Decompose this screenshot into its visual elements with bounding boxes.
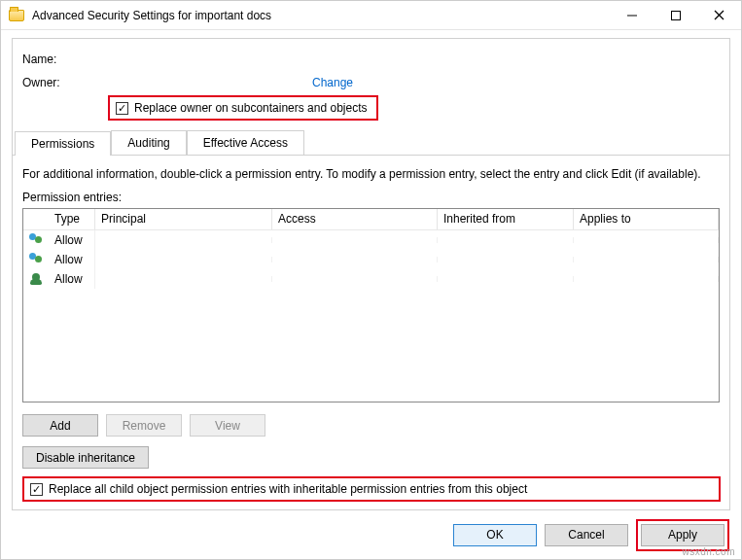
name-label: Name:	[22, 52, 90, 66]
view-button: View	[190, 414, 265, 437]
maximize-button[interactable]	[654, 1, 697, 29]
content-panel: Name: Owner: Change ✓ Replace owner on s…	[12, 38, 730, 510]
info-text: For additional information, double-click…	[22, 167, 720, 181]
minimize-button[interactable]	[610, 1, 654, 29]
col-principal[interactable]: Principal	[95, 209, 272, 229]
replace-owner-label: Replace owner on subcontainers and objec…	[134, 101, 367, 115]
users-group-icon	[29, 232, 45, 246]
col-applies[interactable]: Applies to	[574, 209, 719, 229]
dialog-footer: OK Cancel Apply	[1, 510, 741, 559]
titlebar: Advanced Security Settings for important…	[1, 1, 741, 30]
disable-inheritance-row: Disable inheritance	[22, 446, 720, 469]
svg-rect-1	[671, 11, 680, 19]
tab-permissions[interactable]: Permissions	[15, 131, 111, 156]
apply-button[interactable]: Apply	[641, 524, 724, 546]
tab-effective-access[interactable]: Effective Access	[187, 130, 304, 155]
col-type[interactable]: Type	[49, 209, 95, 229]
folder-icon	[9, 10, 24, 21]
user-icon	[29, 271, 45, 285]
replace-owner-highlight: ✓ Replace owner on subcontainers and obj…	[108, 95, 720, 121]
permission-grid[interactable]: Type Principal Access Inherited from App…	[22, 208, 720, 402]
entry-buttons: Add Remove View	[22, 414, 720, 437]
owner-label: Owner:	[22, 76, 90, 89]
col-inherited[interactable]: Inherited from	[438, 209, 574, 229]
disable-inheritance-button[interactable]: Disable inheritance	[22, 446, 149, 469]
tab-auditing[interactable]: Auditing	[111, 130, 186, 155]
owner-row: Owner: Change	[22, 76, 720, 89]
remove-button: Remove	[106, 414, 182, 437]
replace-owner-checkbox[interactable]: ✓	[116, 102, 128, 115]
users-group-icon	[29, 252, 45, 265]
table-row[interactable]: Allow	[23, 230, 719, 250]
add-button[interactable]: Add	[22, 414, 98, 437]
close-button[interactable]	[697, 1, 741, 29]
table-row[interactable]: Allow	[23, 250, 719, 269]
name-row: Name:	[22, 52, 720, 66]
cell-type: Allow	[49, 269, 95, 289]
grid-body: Allow Allow Allow	[23, 230, 719, 289]
cancel-button[interactable]: Cancel	[545, 524, 628, 546]
ok-button[interactable]: OK	[453, 524, 537, 546]
replace-child-label: Replace all child object permission entr…	[49, 482, 527, 496]
replace-child-checkbox[interactable]: ✓	[30, 483, 43, 496]
cell-type: Allow	[49, 250, 95, 269]
replace-child-highlight: ✓ Replace all child object permission en…	[22, 476, 721, 502]
window-title: Advanced Security Settings for important…	[32, 9, 610, 22]
col-access[interactable]: Access	[272, 209, 438, 229]
table-row[interactable]: Allow	[23, 269, 719, 289]
permission-entries-label: Permission entries:	[22, 191, 720, 204]
change-owner-link[interactable]: Change	[312, 76, 353, 89]
window-controls	[610, 1, 741, 29]
tab-strip: Permissions Auditing Effective Access	[13, 130, 729, 156]
watermark: wsxdn.com	[682, 546, 735, 557]
grid-header: Type Principal Access Inherited from App…	[23, 209, 719, 230]
cell-type: Allow	[49, 230, 95, 250]
col-icon[interactable]	[23, 209, 49, 229]
